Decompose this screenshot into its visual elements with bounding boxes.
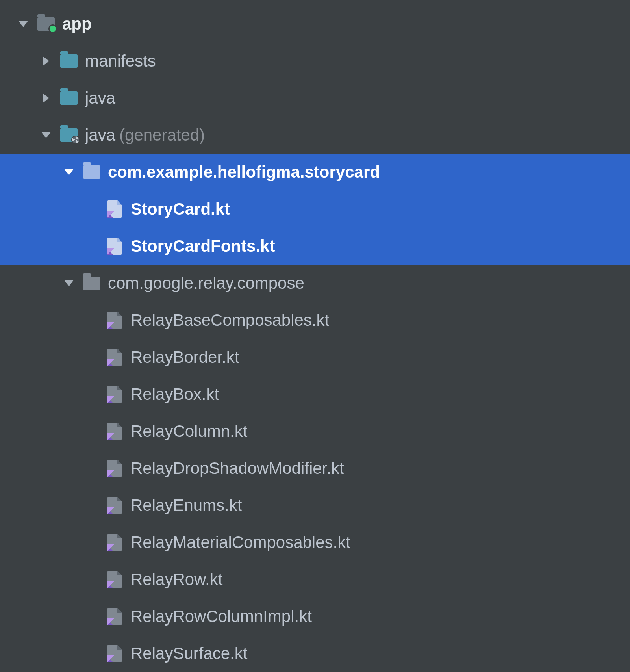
tree-node-file[interactable]: RelayRowColumnImpl.kt [0, 598, 630, 635]
tree-label-suffix: (generated) [115, 127, 205, 143]
tree-label: RelayEnums.kt [126, 497, 242, 514]
tree-label: StoryCardFonts.kt [126, 238, 275, 254]
tree-node-file[interactable]: StoryCardFonts.kt [0, 228, 630, 265]
chevron-down-icon[interactable] [35, 132, 57, 138]
tree-label: StoryCard.kt [126, 201, 230, 217]
tree-node-file[interactable]: RelaySurface.kt [0, 635, 630, 672]
tree-label: RelayBaseComposables.kt [126, 312, 329, 329]
package-folder-icon [80, 165, 103, 179]
tree-node-file[interactable]: RelayRow.kt [0, 561, 630, 598]
tree-node-file[interactable]: StoryCard.kt [0, 191, 630, 228]
kotlin-file-icon [103, 312, 126, 329]
tree-node-file[interactable]: RelayBox.kt [0, 376, 630, 413]
tree-node-file[interactable]: RelayBorder.kt [0, 339, 630, 376]
package-folder-icon [80, 277, 103, 290]
chevron-down-icon[interactable] [12, 21, 35, 27]
tree-node-file[interactable]: RelayMaterialComposables.kt [0, 524, 630, 561]
tree-label: java [80, 90, 115, 106]
chevron-down-icon[interactable] [57, 169, 80, 175]
kotlin-file-icon [103, 238, 126, 255]
tree-node-file[interactable]: RelayDropShadowModifier.kt [0, 450, 630, 487]
folder-icon [57, 54, 80, 68]
tree-node-manifests[interactable]: manifests [0, 43, 630, 80]
project-tree[interactable]: app manifests java java (generated) com.… [0, 0, 630, 672]
generated-folder-icon [57, 128, 80, 142]
tree-label: RelaySurface.kt [126, 645, 247, 662]
chevron-right-icon[interactable] [35, 56, 57, 66]
tree-label: com.example.hellofigma.storycard [103, 164, 380, 180]
tree-node-file[interactable]: RelayBaseComposables.kt [0, 302, 630, 339]
tree-label: RelayRowColumnImpl.kt [126, 608, 312, 625]
kotlin-file-icon [103, 386, 126, 403]
tree-label: manifests [80, 53, 156, 69]
tree-node-file[interactable]: RelayColumn.kt [0, 413, 630, 450]
chevron-right-icon[interactable] [35, 93, 57, 103]
tree-label: RelayDropShadowModifier.kt [126, 460, 344, 477]
tree-node-java-generated[interactable]: java (generated) [0, 117, 630, 154]
tree-node-file[interactable]: RelayEnums.kt [0, 487, 630, 524]
tree-label: java [80, 127, 115, 143]
tree-label: RelayColumn.kt [126, 423, 247, 440]
kotlin-file-icon [103, 423, 126, 440]
tree-label: RelayMaterialComposables.kt [126, 534, 350, 551]
chevron-down-icon[interactable] [57, 280, 80, 286]
kotlin-file-icon [103, 349, 126, 366]
kotlin-file-icon [103, 571, 126, 588]
tree-label: RelayRow.kt [126, 571, 222, 588]
kotlin-file-icon [103, 645, 126, 662]
kotlin-file-icon [103, 460, 126, 477]
tree-node-package-storycard[interactable]: com.example.hellofigma.storycard [0, 154, 630, 191]
tree-label: app [57, 16, 92, 32]
tree-label: RelayBorder.kt [126, 349, 239, 366]
kotlin-file-icon [103, 497, 126, 514]
module-folder-icon [35, 17, 57, 31]
tree-node-app[interactable]: app [0, 6, 630, 43]
folder-icon [57, 91, 80, 105]
kotlin-file-icon [103, 534, 126, 551]
tree-node-package-relay[interactable]: com.google.relay.compose [0, 265, 630, 302]
kotlin-file-icon [103, 200, 126, 218]
tree-label: com.google.relay.compose [103, 275, 304, 291]
tree-label: RelayBox.kt [126, 386, 219, 403]
tree-node-java[interactable]: java [0, 80, 630, 117]
kotlin-file-icon [103, 608, 126, 625]
